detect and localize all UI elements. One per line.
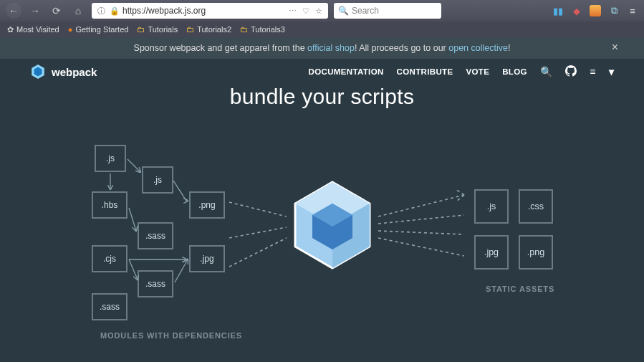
extension-icon[interactable]: ◆ xyxy=(571,5,582,16)
bookmark-getting-started[interactable]: ●Getting Started xyxy=(68,25,129,34)
bookmark-tutorials2[interactable]: 🗀Tutorials2 xyxy=(186,25,231,34)
downloads-icon[interactable]: ▮▮ xyxy=(552,5,564,16)
module-sass: .sass xyxy=(92,293,128,320)
bookmark-label: Tutorials2 xyxy=(197,25,231,34)
bookmark-label: Tutorials3 xyxy=(251,25,285,34)
url-text: https://webpack.js.org xyxy=(122,6,206,16)
browser-toolbar: ← → ⟳ ⌂ ⓘ 🔒 https://webpack.js.org ⋯ ♡ ☆… xyxy=(0,0,644,22)
lock-icon: 🔒 xyxy=(110,6,120,16)
module-sass: .sass xyxy=(138,270,173,297)
bookmark-tutorials3[interactable]: 🗀Tutorials3 xyxy=(240,25,285,34)
sidebar-icon[interactable]: ⧉ xyxy=(608,5,620,16)
bookmark-label: Most Visited xyxy=(16,25,59,34)
search-placeholder: Search xyxy=(352,6,379,16)
nav-documentation[interactable]: DOCUMENTATION xyxy=(309,67,384,76)
banner-text: Sponsor webpack and get apparel from the xyxy=(134,43,308,53)
search-bar[interactable]: 🔍 Search xyxy=(334,3,441,19)
logo[interactable]: webpack xyxy=(30,64,97,80)
bookmark-most-visited[interactable]: ✿Most Visited xyxy=(7,25,59,34)
modules-caption: MODULES WITH DEPENDENCIES xyxy=(100,331,242,340)
bookmark-label: Tutorials xyxy=(148,25,178,34)
folder-icon: 🗀 xyxy=(186,25,194,34)
reader-icon[interactable]: ⋯ xyxy=(287,6,298,16)
search-icon: 🔍 xyxy=(338,6,349,16)
stackoverflow-icon[interactable]: ≡ xyxy=(590,66,596,77)
nav-contribute[interactable]: CONTRIBUTE xyxy=(397,67,453,76)
output-jpg: .jpg xyxy=(474,235,509,270)
promo-banner: Sponsor webpack and get apparel from the… xyxy=(0,37,644,59)
module-js: .js xyxy=(142,166,173,194)
site-header: webpack DOCUMENTATION CONTRIBUTE VOTE BL… xyxy=(0,59,644,85)
webpack-cube-icon xyxy=(289,178,375,271)
language-icon[interactable]: ▾ xyxy=(609,66,614,77)
bookmark-tutorials[interactable]: 🗀Tutorials xyxy=(137,25,178,34)
module-js: .js xyxy=(95,145,126,172)
module-sass: .sass xyxy=(138,222,173,249)
forward-button[interactable]: → xyxy=(27,3,43,19)
diagram: .js .js .hbs .png .sass .cjs .jpg .sass … xyxy=(0,123,644,338)
pocket-icon[interactable]: ♡ xyxy=(301,6,311,16)
hero-heading: bundle your scripts xyxy=(0,85,644,109)
url-bar[interactable]: ⓘ 🔒 https://webpack.js.org ⋯ ♡ ☆ xyxy=(92,3,328,19)
folder-icon: 🗀 xyxy=(137,25,145,34)
gear-icon: ✿ xyxy=(7,25,14,34)
output-css: .css xyxy=(519,189,553,224)
close-icon[interactable]: × xyxy=(612,41,618,54)
bookmark-label: Getting Started xyxy=(75,25,128,34)
menu-icon[interactable]: ≡ xyxy=(627,5,638,16)
module-cjs: .cjs xyxy=(92,245,128,272)
bookmark-bar: ✿Most Visited ●Getting Started 🗀Tutorial… xyxy=(0,22,644,37)
output-png: .png xyxy=(519,235,553,270)
reload-button[interactable]: ⟳ xyxy=(49,3,64,19)
nav-vote[interactable]: VOTE xyxy=(466,67,489,76)
main-nav: DOCUMENTATION CONTRIBUTE VOTE BLOG 🔍 ≡ ▾ xyxy=(309,65,614,79)
banner-text: ! xyxy=(508,43,510,53)
github-icon[interactable] xyxy=(565,65,577,79)
profile-icon[interactable] xyxy=(590,5,601,16)
banner-text: ! All proceeds go to our xyxy=(355,43,448,53)
back-button[interactable]: ← xyxy=(6,3,21,19)
assets-caption: STATIC ASSETS xyxy=(486,285,554,293)
webpack-logo-icon xyxy=(30,64,46,80)
brand-name: webpack xyxy=(52,66,97,78)
module-jpg: .jpg xyxy=(189,245,225,272)
banner-link-shop[interactable]: official shop xyxy=(307,43,355,53)
bookmark-star-icon[interactable]: ☆ xyxy=(314,6,324,16)
module-hbs: .hbs xyxy=(92,191,128,219)
firefox-icon: ● xyxy=(68,25,73,34)
search-icon[interactable]: 🔍 xyxy=(540,66,552,77)
home-button[interactable]: ⌂ xyxy=(70,3,86,19)
banner-link-collective[interactable]: open collective xyxy=(448,43,508,53)
folder-icon: 🗀 xyxy=(240,25,248,34)
nav-blog[interactable]: BLOG xyxy=(502,67,527,76)
info-icon[interactable]: ⓘ xyxy=(96,6,107,16)
module-png: .png xyxy=(189,191,225,219)
output-js: .js xyxy=(474,189,509,224)
